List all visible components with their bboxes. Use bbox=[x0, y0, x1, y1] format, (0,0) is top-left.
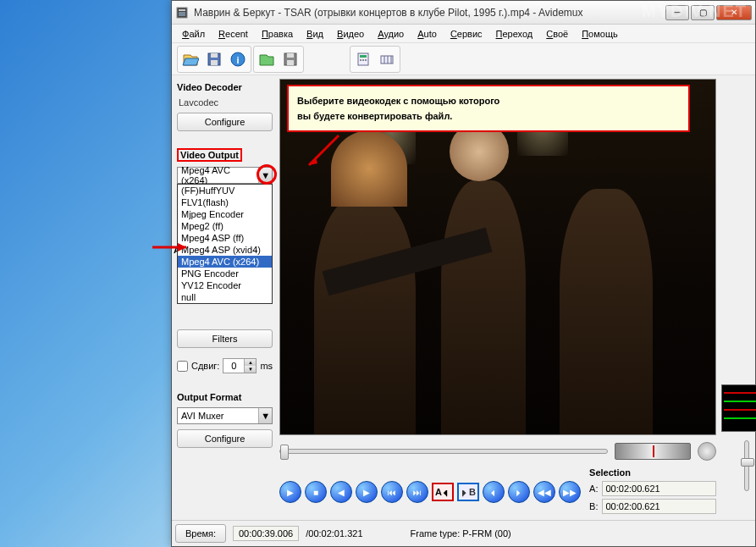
prev-black-button[interactable]: ◀◀ bbox=[533, 481, 555, 503]
app-icon bbox=[175, 6, 189, 19]
time-button[interactable]: Время: bbox=[175, 524, 226, 543]
shift-input[interactable] bbox=[223, 359, 244, 373]
next-black-button[interactable]: ▶▶ bbox=[559, 481, 581, 503]
svg-rect-15 bbox=[365, 59, 367, 61]
time-value: 00:00:39.006 bbox=[233, 526, 299, 541]
goto-a-button[interactable]: ⏴ bbox=[483, 481, 505, 503]
toolbar-group-file: i bbox=[177, 46, 251, 73]
menu-goto[interactable]: Переход bbox=[491, 27, 538, 41]
shift-unit: ms bbox=[260, 361, 273, 371]
svg-rect-2 bbox=[179, 12, 185, 16]
output-format-arrow[interactable]: ▼ bbox=[258, 408, 272, 423]
codec-option-mpeg4asp-xvid[interactable]: Mpeg4 ASP (xvid4) bbox=[178, 244, 272, 256]
decoder-value: Lavcodec bbox=[177, 97, 273, 108]
shift-spinbox[interactable]: ▲ ▼ bbox=[223, 358, 257, 373]
selection-a-label: A: bbox=[589, 483, 598, 494]
selection-label: Selection bbox=[589, 467, 716, 478]
timeline-thumb[interactable] bbox=[280, 445, 289, 460]
codec-option-null[interactable]: null bbox=[178, 291, 272, 303]
video-preview[interactable]: Выберите видеокодек с помощью которого в… bbox=[279, 79, 716, 435]
content-area: Video Decoder Lavcodec Configure Video O… bbox=[172, 75, 755, 520]
codec-option-png[interactable]: PNG Encoder bbox=[178, 268, 272, 279]
open-button[interactable] bbox=[179, 48, 201, 70]
marker-b-button[interactable]: ⏵B bbox=[457, 483, 479, 501]
codec-option-mjpeg[interactable]: Mjpeg Encoder bbox=[178, 208, 272, 220]
video-output-selected: Mpeg4 AVC (x264) bbox=[178, 165, 258, 185]
prev-keyframe-button[interactable]: ⏮ bbox=[381, 481, 403, 503]
goto-b-button[interactable]: ⏵ bbox=[508, 481, 530, 503]
decoder-label: Video Decoder bbox=[177, 82, 273, 92]
video-output-dropdown[interactable]: (FF)HuffYUV FLV1(flash) Mjpeg Encoder Mp… bbox=[177, 184, 273, 304]
menu-file[interactable]: Файл bbox=[177, 27, 210, 41]
timeline-slider[interactable] bbox=[279, 449, 608, 454]
codec-option-flv1[interactable]: FLV1(flash) bbox=[178, 196, 272, 208]
timeline-row bbox=[279, 439, 716, 464]
svg-rect-14 bbox=[362, 59, 364, 61]
toolbar-group-calc bbox=[350, 46, 400, 73]
combo-dropdown-arrow[interactable]: ▼ bbox=[258, 168, 272, 183]
svg-rect-10 bbox=[287, 60, 294, 65]
video-output-combo[interactable]: Mpeg4 AVC (x264) ▼ (FF)HuffYUV FLV1(flas… bbox=[177, 167, 273, 184]
spin-buttons: ▲ ▼ bbox=[244, 359, 256, 373]
next-frame-button[interactable]: ▶ bbox=[356, 481, 378, 503]
menu-service[interactable]: Сервис bbox=[445, 27, 488, 41]
decoder-configure-button[interactable]: Configure bbox=[177, 113, 273, 131]
menu-custom[interactable]: Своё bbox=[541, 27, 573, 41]
open2-button[interactable] bbox=[256, 48, 278, 70]
menu-audio[interactable]: Аудио bbox=[372, 27, 409, 41]
selection-b-label: B: bbox=[589, 501, 598, 511]
menu-recent[interactable]: Recent bbox=[213, 27, 253, 41]
spin-up[interactable]: ▲ bbox=[244, 359, 256, 366]
codec-option-mpeg4asp-ff[interactable]: Mpeg4 ASP (ff) bbox=[178, 232, 272, 244]
nav-wheel[interactable] bbox=[615, 443, 691, 460]
toolbar: i bbox=[172, 43, 755, 75]
frame-type: Frame type: P-FRM (00) bbox=[411, 528, 511, 539]
prev-frame-button[interactable]: ◀ bbox=[330, 481, 352, 503]
tool-button[interactable] bbox=[376, 48, 398, 70]
filters-button[interactable]: Filters bbox=[177, 329, 273, 348]
volume-slider[interactable] bbox=[744, 440, 749, 491]
menu-auto[interactable]: Auto bbox=[412, 27, 442, 41]
next-keyframe-button[interactable]: ⏭ bbox=[406, 481, 428, 503]
output-format-combo[interactable]: AVI Muxer ▼ bbox=[177, 407, 273, 424]
output-format-configure-button[interactable]: Configure bbox=[177, 429, 273, 448]
volume-thumb[interactable] bbox=[741, 458, 754, 467]
save2-button[interactable] bbox=[279, 48, 301, 70]
svg-rect-1 bbox=[179, 9, 185, 11]
menu-edit[interactable]: Правка bbox=[257, 27, 298, 41]
shift-row: Сдвиг: ▲ ▼ ms bbox=[177, 358, 273, 373]
codec-option-huffyuv[interactable]: (FF)HuffYUV bbox=[178, 185, 272, 196]
codec-option-yv12[interactable]: YV12 Encoder bbox=[178, 279, 272, 291]
svg-rect-13 bbox=[360, 59, 361, 61]
svg-rect-9 bbox=[287, 53, 294, 58]
info-button[interactable]: i bbox=[227, 48, 249, 70]
disc-button[interactable] bbox=[698, 442, 716, 461]
shift-checkbox[interactable] bbox=[177, 361, 188, 372]
sidebar: Video Decoder Lavcodec Configure Video O… bbox=[175, 79, 274, 517]
codec-option-mpeg4avc[interactable]: Mpeg4 AVC (x264) bbox=[178, 256, 272, 268]
calculator-button[interactable] bbox=[352, 48, 374, 70]
marker-a-button[interactable]: A⏴ bbox=[432, 483, 454, 501]
audio-meter bbox=[721, 384, 756, 432]
menu-help[interactable]: Помощь bbox=[577, 27, 623, 41]
instruction-tooltip: Выберите видеокодек с помощью которого в… bbox=[287, 85, 690, 132]
save-button[interactable] bbox=[203, 48, 225, 70]
codec-option-mpeg2[interactable]: Mpeg2 (ff) bbox=[178, 220, 272, 232]
shift-label: Сдвиг: bbox=[191, 361, 219, 371]
status-bar: Время: 00:00:39.006 /00:02:01.321 Frame … bbox=[172, 520, 755, 546]
menu-video[interactable]: Видео bbox=[332, 27, 369, 41]
main-area: Выберите видеокодек с помощью которого в… bbox=[279, 79, 716, 517]
play-button[interactable]: ▶ bbox=[279, 481, 301, 503]
window-title: Маврин & Беркут - TSAR (отрывки концерто… bbox=[194, 7, 665, 19]
menubar: Файл Recent Правка Вид Видео Аудио Auto … bbox=[172, 25, 755, 43]
video-frame bbox=[280, 80, 715, 434]
video-output-label: Video Output bbox=[177, 148, 242, 162]
svg-text:i: i bbox=[236, 55, 239, 65]
selection-b-value: 00:02:00.621 bbox=[602, 499, 717, 514]
app-window: Маврин & Беркут - TSAR (отрывки концерто… bbox=[171, 0, 756, 547]
stop-button[interactable]: ■ bbox=[305, 481, 327, 503]
spin-down[interactable]: ▼ bbox=[244, 366, 256, 373]
duration-value: /00:02:01.321 bbox=[306, 528, 362, 539]
toolbar-group-file2 bbox=[253, 46, 304, 73]
menu-view[interactable]: Вид bbox=[301, 27, 328, 41]
